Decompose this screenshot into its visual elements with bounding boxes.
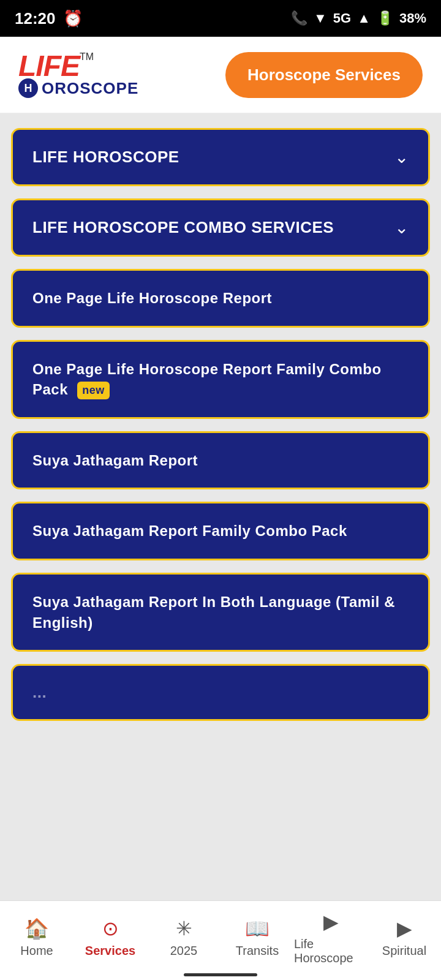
life-horoscope-combo-card[interactable]: LIFE HOROSCOPE COMBO SERVICES ⌄	[11, 198, 430, 257]
chevron-down-icon-2: ⌄	[394, 217, 409, 238]
nav-spiritual-label: Spiritual	[382, 944, 426, 958]
home-icon: 🏠	[24, 917, 49, 940]
one-page-family-combo-card[interactable]: One Page Life Horoscope Report Family Co…	[11, 340, 430, 419]
battery-label: 38%	[399, 10, 426, 26]
nav-item-home[interactable]: 🏠 Home	[0, 917, 74, 958]
status-right: 📞 ▼ 5G ▲ 🔋 38%	[291, 10, 426, 26]
new-badge: new	[77, 382, 110, 399]
nav-item-life-horoscope[interactable]: ▶ Life Horoscope	[294, 910, 368, 965]
logo-life-text: LIFE	[18, 51, 80, 81]
nav-2025-label: 2025	[170, 944, 198, 958]
suya-jathagam-both-lang-title: Suya Jathagam Report In Both Language (T…	[32, 594, 395, 631]
one-page-report-title: One Page Life Horoscope Report	[32, 290, 272, 306]
services-icon: ⊙	[102, 917, 119, 940]
life-horoscope-nav-icon: ▶	[323, 910, 339, 933]
spiritual-icon: ▶	[397, 917, 412, 940]
one-page-family-combo-title: One Page Life Horoscope Report Family Co…	[32, 361, 382, 398]
logo: LIFE TM H OROSCOPE	[18, 51, 138, 98]
nav-transits-label: Transits	[236, 944, 279, 958]
nav-item-transits[interactable]: 📖 Transits	[221, 917, 294, 958]
status-left: 12:20 ⏰	[15, 9, 83, 28]
phone-icon: 📞	[291, 10, 307, 26]
life-horoscope-combo-title: LIFE HOROSCOPE COMBO SERVICES	[32, 218, 334, 237]
suya-jathagam-both-lang-card[interactable]: Suya Jathagam Report In Both Language (T…	[11, 573, 430, 652]
nav-bottom-indicator	[184, 973, 257, 976]
nav-life-horoscope-label: Life Horoscope	[294, 937, 368, 965]
network-label: 5G	[333, 10, 351, 26]
main-content: LIFE HOROSCOPE ⌄ LIFE HOROSCOPE COMBO SE…	[0, 113, 441, 910]
partial-card-title: ...	[32, 683, 47, 701]
suya-jathagam-family-combo-title: Suya Jathagam Report Family Combo Pack	[32, 522, 347, 539]
nav-item-spiritual[interactable]: ▶ Spiritual	[368, 917, 441, 958]
partial-card[interactable]: ...	[11, 664, 430, 721]
bottom-nav: 🏠 Home ⊙ Services ✳ 2025 📖 Transits ▶ Li…	[0, 900, 441, 980]
nav-home-label: Home	[20, 944, 53, 958]
life-horoscope-title: LIFE HOROSCOPE	[32, 148, 179, 167]
alarm-icon: ⏰	[63, 9, 83, 28]
suya-jathagam-report-title: Suya Jathagam Report	[32, 452, 198, 469]
battery-icon: 🔋	[377, 10, 393, 26]
star-icon: ✳	[176, 917, 192, 940]
one-page-report-card[interactable]: One Page Life Horoscope Report	[11, 269, 430, 328]
suya-jathagam-family-combo-card[interactable]: Suya Jathagam Report Family Combo Pack	[11, 502, 430, 560]
logo-tm: TM	[80, 51, 94, 62]
horoscope-services-button[interactable]: Horoscope Services	[225, 52, 423, 98]
life-horoscope-card[interactable]: LIFE HOROSCOPE ⌄	[11, 128, 430, 186]
logo-h-icon: H	[18, 78, 38, 98]
logo-oroscope-text: OROSCOPE	[42, 79, 138, 98]
status-bar: 12:20 ⏰ 📞 ▼ 5G ▲ 🔋 38%	[0, 0, 441, 37]
suya-jathagam-report-card[interactable]: Suya Jathagam Report	[11, 431, 430, 490]
app-header: LIFE TM H OROSCOPE Horoscope Services	[0, 37, 441, 113]
chevron-down-icon: ⌄	[394, 147, 409, 167]
time-display: 12:20	[15, 9, 56, 28]
signal-icon: ▲	[357, 10, 371, 26]
wifi-icon: ▼	[314, 10, 327, 26]
logo-horoscope-row: H OROSCOPE	[18, 78, 138, 98]
nav-item-2025[interactable]: ✳ 2025	[147, 917, 221, 958]
nav-item-services[interactable]: ⊙ Services	[74, 917, 147, 958]
transits-icon: 📖	[245, 917, 270, 940]
nav-services-label: Services	[85, 944, 135, 958]
